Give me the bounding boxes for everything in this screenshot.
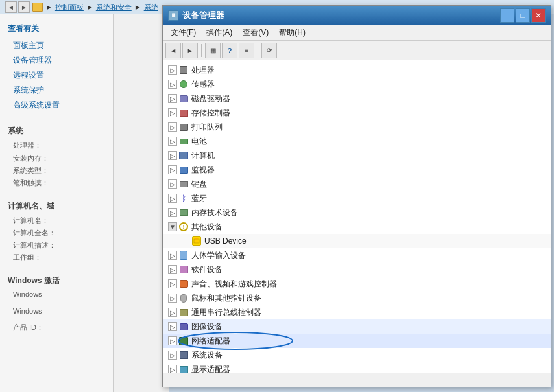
forward-button[interactable]: ►	[18, 1, 30, 13]
sidebar-item-remote[interactable]: 远程设置	[0, 68, 113, 83]
sidebar-item-protection[interactable]: 系统保护	[0, 83, 113, 98]
icon-monitor	[178, 165, 189, 175]
info-workgroup: 工作组：	[0, 251, 113, 264]
tree-item-storage[interactable]: ▷ 存储控制器	[163, 106, 551, 120]
expand-network[interactable]: ▷	[168, 336, 177, 345]
expand-camera[interactable]: ▷	[168, 322, 177, 331]
label-software: 软件设备	[191, 264, 223, 275]
icon-network	[178, 336, 189, 346]
expand-storage[interactable]: ▷	[168, 108, 177, 117]
toolbar-back-button[interactable]: ◄	[165, 43, 181, 58]
tree-item-network[interactable]: ▷ 网络适配器	[163, 334, 551, 348]
label-serial: 通用串行总线控制器	[191, 307, 261, 318]
sidebar-item-home[interactable]: 面板主页	[0, 38, 113, 53]
expand-mouse[interactable]: ▷	[168, 294, 177, 303]
expand-sysdev[interactable]: ▷	[168, 351, 177, 360]
label-mem: 内存技术设备	[191, 207, 238, 218]
expand-usb-device	[181, 236, 190, 246]
expand-keyboard[interactable]: ▷	[168, 179, 177, 189]
expand-processor[interactable]: ▷	[168, 65, 177, 75]
tree-item-usb-device[interactable]: USB Device	[163, 234, 551, 248]
menubar: 文件(F) 操作(A) 查看(V) 帮助(H)	[163, 25, 551, 41]
maximize-button[interactable]: □	[516, 8, 530, 23]
expand-bluetooth[interactable]: ▷	[168, 194, 177, 203]
tree-item-sound[interactable]: ▷ 声音、视频和游戏控制器	[163, 277, 551, 291]
info-memory: 安装内存：	[0, 152, 113, 165]
tree-item-display[interactable]: ▷ 显示适配器	[163, 362, 551, 373]
expand-hid[interactable]: ▷	[168, 251, 177, 260]
label-processor: 处理器	[191, 65, 215, 76]
tree-item-other[interactable]: ▼ ! 其他设备	[163, 220, 551, 234]
tree-item-print[interactable]: ▷ 打印队列	[163, 120, 551, 134]
breadcrumb-sep2: ►	[86, 3, 93, 11]
close-button[interactable]: ✕	[531, 8, 546, 23]
titlebar-icon: 🖥	[168, 10, 178, 21]
minimize-button[interactable]: ─	[500, 8, 514, 23]
toolbar-forward-button[interactable]: ►	[182, 43, 198, 58]
info-systype: 系统类型：	[0, 165, 113, 177]
info-productid: 产品 ID：	[0, 321, 113, 334]
icon-hid	[178, 250, 189, 260]
breadcrumb-item2[interactable]: 系统和安全	[96, 3, 132, 12]
tree-item-mem[interactable]: ▷ 内存技术设备	[163, 205, 551, 220]
expand-monitor[interactable]: ▷	[168, 165, 177, 174]
tree-item-monitor[interactable]: ▷ 监视器	[163, 163, 551, 177]
section-system: 系统	[0, 121, 113, 139]
sidebar-item-device-manager[interactable]: 设备管理器	[0, 53, 113, 68]
expand-sound[interactable]: ▷	[168, 279, 177, 288]
section-computername: 计算机名、域	[0, 196, 113, 214]
menu-file[interactable]: 文件(F)	[165, 26, 201, 40]
tree-item-bluetooth[interactable]: ▷ ᛒ 蓝牙	[163, 191, 551, 205]
tree-item-sensor[interactable]: ▷ 传感器	[163, 77, 551, 91]
expand-sensor[interactable]: ▷	[168, 80, 177, 89]
icon-usb-device	[191, 236, 202, 246]
expand-serial[interactable]: ▷	[168, 308, 177, 317]
icon-sound	[178, 279, 189, 289]
svg-rect-1	[195, 238, 198, 239]
icon-mem	[178, 207, 189, 218]
device-tree[interactable]: ▷ 处理器 ▷ 传感器 ▷ 磁盘驱动器 ▷ 存储控制器 ▷ 打印队列	[163, 60, 551, 373]
tree-item-software[interactable]: ▷ 软件设备	[163, 262, 551, 277]
breadcrumb-item1[interactable]: 控制面板	[55, 3, 84, 12]
expand-battery[interactable]: ▷	[168, 137, 177, 146]
expand-print[interactable]: ▷	[168, 122, 177, 132]
sidebar-item-advanced[interactable]: 高级系统设置	[0, 98, 113, 113]
breadcrumb-item3[interactable]: 系统	[144, 3, 158, 12]
expand-display[interactable]: ▷	[168, 365, 177, 373]
tree-item-keyboard[interactable]: ▷ 键盘	[163, 177, 551, 191]
menu-action[interactable]: 操作(A)	[201, 26, 237, 40]
tree-item-serial[interactable]: ▷ 通用串行总线控制器	[163, 305, 551, 319]
toolbar-refresh-button[interactable]: ⟳	[261, 43, 277, 58]
info-pen: 笔和触摸：	[0, 177, 113, 189]
tree-item-hid[interactable]: ▷ 人体学输入设备	[163, 248, 551, 262]
toolbar-list-button[interactable]: ≡	[239, 43, 254, 58]
toolbar-grid-button[interactable]: ▦	[205, 43, 221, 58]
device-manager-window: 🖥 设备管理器 ─ □ ✕ 文件(F) 操作(A) 查看(V) 帮助(H) ◄ …	[162, 5, 551, 387]
menu-help[interactable]: 帮助(H)	[274, 26, 311, 40]
menu-view[interactable]: 查看(V)	[237, 26, 274, 40]
expand-computer[interactable]: ▷	[168, 151, 177, 160]
label-computer: 计算机	[191, 150, 215, 161]
expand-disk[interactable]: ▷	[168, 94, 177, 103]
expand-mem[interactable]: ▷	[168, 208, 177, 217]
tree-item-disk[interactable]: ▷ 磁盘驱动器	[163, 91, 551, 106]
window-title: 设备管理器	[182, 10, 224, 21]
toolbar-sep2	[258, 44, 258, 57]
tree-item-processor[interactable]: ▷ 处理器	[163, 63, 551, 77]
left-sidebar: 查看有关 面板主页 设备管理器 远程设置 系统保护 高级系统设置 系统 处理器：…	[0, 14, 114, 392]
tree-item-mouse[interactable]: ▷ 鼠标和其他指针设备	[163, 291, 551, 305]
icon-computer	[178, 150, 189, 161]
tree-item-sysdev[interactable]: ▷ 系统设备	[163, 348, 551, 362]
icon-print	[178, 122, 189, 132]
expand-software[interactable]: ▷	[168, 265, 177, 274]
label-network: 网络适配器	[191, 336, 230, 347]
back-button[interactable]: ◄	[5, 1, 17, 13]
tree-item-camera[interactable]: ▷ 图像设备	[163, 319, 551, 334]
tree-item-battery[interactable]: ▷ 电池	[163, 134, 551, 148]
expand-other[interactable]: ▼	[168, 222, 177, 231]
info-compname: 计算机名：	[0, 214, 113, 227]
titlebar-buttons[interactable]: ─ □ ✕	[500, 8, 546, 23]
toolbar: ◄ ► ▦ ? ≡ ⟳	[163, 41, 551, 60]
tree-item-computer[interactable]: ▷ 计算机	[163, 148, 551, 163]
toolbar-help-button[interactable]: ?	[222, 43, 237, 58]
